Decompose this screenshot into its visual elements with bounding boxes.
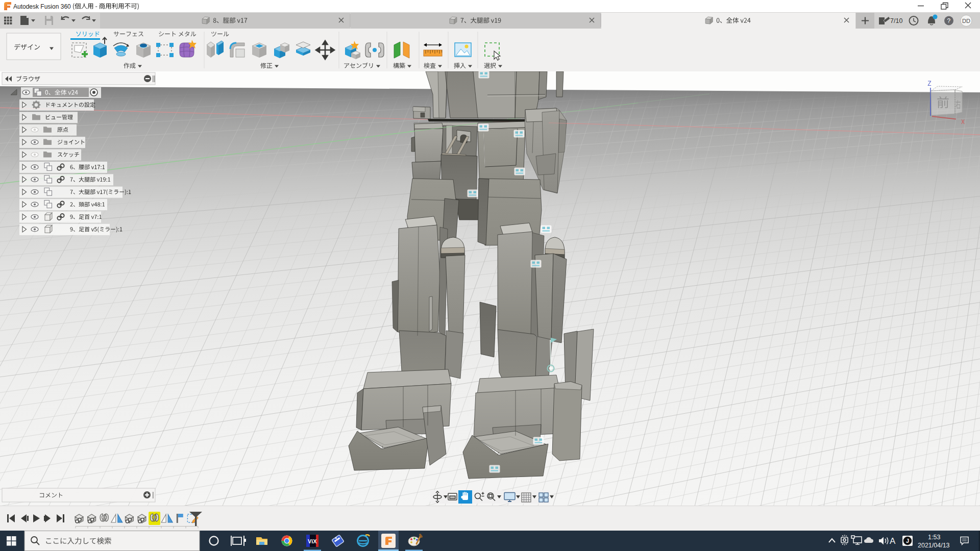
svg-text:Autodesk Fusion 360: Autodesk Fusion 360 [13, 3, 71, 10]
svg-text:2021/04/13: 2021/04/13 [918, 542, 950, 549]
svg-text:1:53: 1:53 [928, 534, 940, 541]
svg-text:J: J [906, 538, 909, 544]
svg-text:ViX: ViX [308, 538, 317, 544]
svg-text:DD: DD [962, 18, 970, 24]
svg-text:A: A [890, 536, 896, 546]
svg-text:?: ? [947, 17, 951, 24]
svg-text:7/10: 7/10 [890, 17, 902, 24]
